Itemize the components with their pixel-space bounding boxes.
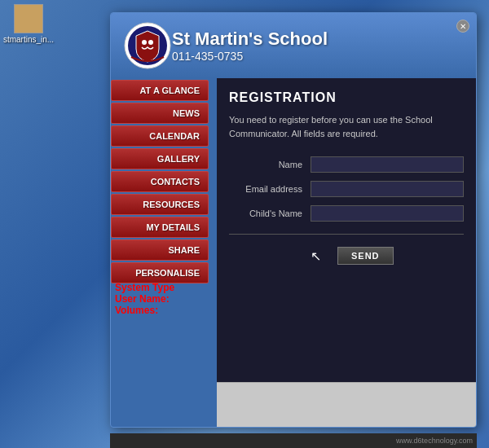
childs-name-input[interactable] — [311, 205, 464, 222]
sidebar-item-calendar[interactable]: CALENDAR — [111, 125, 209, 147]
sidebar-item-at-a-glance[interactable]: AT A GLANCE — [111, 80, 209, 101]
desktop-icon-image — [14, 4, 43, 33]
system-type-label: System Type — [115, 282, 174, 293]
school-info: St Martin's School 011-435-0735 — [172, 29, 464, 63]
footer-text: www.d6technology.com — [396, 437, 473, 445]
sidebar-item-news[interactable]: NEWS — [111, 103, 209, 124]
content-area: REGISTRATION You need to register before… — [217, 78, 476, 382]
svg-point-3 — [148, 40, 153, 45]
close-button[interactable]: ✕ — [456, 20, 469, 33]
sidebar-item-share[interactable]: SHARE — [111, 239, 209, 261]
footer-bar: www.d6technology.com — [110, 433, 477, 448]
send-button[interactable]: SEND — [337, 247, 394, 265]
sidebar-item-personalise[interactable]: PERSONALISE — [111, 262, 209, 283]
name-input[interactable] — [311, 156, 464, 173]
email-row: Email address — [229, 181, 464, 197]
school-logo — [123, 21, 172, 70]
main-window: St Martin's School 011-435-0735 ✕ AT A G… — [110, 12, 477, 428]
form-actions: ↖ SEND — [229, 247, 464, 265]
sidebar-item-contacts[interactable]: CONTACTS — [111, 171, 209, 192]
sidebar-item-gallery[interactable]: GALLERY — [111, 148, 209, 169]
name-label: Name — [229, 160, 302, 169]
desktop-icon-label: stmartins_in... — [3, 35, 54, 44]
sidebar-nav: AT A GLANCE NEWS CALENDAR GALLERY CONTAC… — [111, 78, 217, 285]
desktop-icon[interactable]: stmartins_in... — [4, 4, 53, 44]
volumes-label: Volumes: — [115, 305, 174, 316]
email-label: Email address — [229, 184, 302, 194]
childs-name-label: Child's Name — [229, 209, 302, 218]
cursor-icon: ↖ — [311, 248, 321, 264]
bottom-bar — [217, 382, 476, 427]
name-row: Name — [229, 156, 464, 173]
childs-name-row: Child's Name — [229, 205, 464, 222]
registration-description: You need to register before you can use … — [229, 113, 464, 140]
form-divider — [229, 234, 464, 235]
user-name-label: User Name: — [115, 293, 174, 305]
sidebar-item-my-details[interactable]: MY DETAILS — [111, 217, 209, 238]
registration-title: REGISTRATION — [229, 90, 464, 105]
email-input[interactable] — [311, 181, 464, 197]
window-header: St Martin's School 011-435-0735 ✕ — [111, 13, 476, 78]
school-phone: 011-435-0735 — [172, 50, 464, 63]
system-info: System Type User Name: Volumes: — [115, 282, 174, 316]
svg-point-2 — [142, 40, 147, 45]
school-name: St Martin's School — [172, 29, 464, 50]
sidebar-item-resources[interactable]: RESOURCES — [111, 194, 209, 215]
